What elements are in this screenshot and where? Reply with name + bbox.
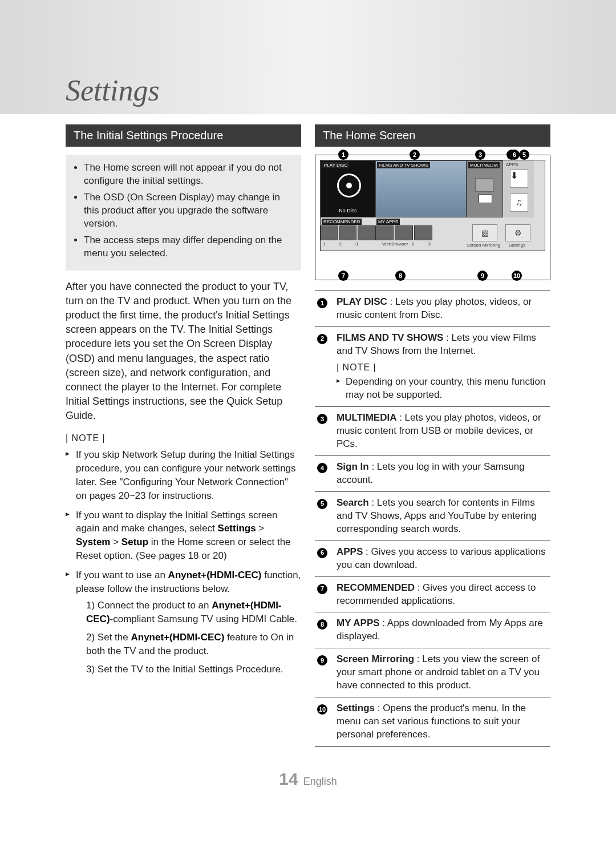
- callout-7: 7: [338, 271, 348, 281]
- note-bullet: Depending on your country, this menu fun…: [337, 376, 548, 402]
- note-item: If you want to use an Anynet+(HDMI-CEC) …: [66, 568, 301, 676]
- heading-home-screen: The Home Screen: [315, 124, 550, 147]
- legend-num-4: 4: [317, 463, 327, 473]
- label-multimedia: MULTIMEDIA: [468, 162, 500, 168]
- label-play-disc: PLAY DISC: [322, 162, 349, 168]
- info-box: The Home screen will not appear if you d…: [66, 155, 301, 271]
- tile-apps: APPS ⬇ ♫: [503, 160, 534, 217]
- bold-term: Anynet+(HDMI-CEC): [168, 570, 262, 580]
- callout-8: 8: [395, 271, 406, 281]
- legend-num-9: 9: [317, 655, 327, 665]
- legend-row: 5 Search : Lets you search for contents …: [315, 492, 550, 541]
- bold-term: Settings: [218, 523, 256, 534]
- legend-row: 4 Sign In : Lets you log in with your Sa…: [315, 456, 550, 492]
- legend-num-6: 6: [317, 548, 327, 558]
- legend-table: 1 PLAY DISC : Lets you play photos, vide…: [315, 291, 550, 747]
- tile-screen-mirroring: ▧: [472, 224, 497, 241]
- left-column: The Initial Settings Procedure The Home …: [66, 124, 301, 747]
- label-no-disc: No Disc: [321, 208, 375, 213]
- legend-row: 6 APPS : Gives you access to various app…: [315, 541, 550, 577]
- legend-num-7: 7: [317, 584, 327, 594]
- legend-row: 3 MULTIMEDIA : Lets you play photos, vid…: [315, 407, 550, 456]
- bold-term: Setup: [121, 537, 148, 547]
- note-label: | NOTE |: [337, 361, 548, 374]
- legend-row: 2 FILMS AND TV SHOWS : Lets you view Fil…: [315, 327, 550, 407]
- page-footer: 14 English: [0, 747, 616, 817]
- tile-settings: ⚙: [505, 224, 530, 241]
- label-films: FILMS AND TV SHOWS: [377, 162, 430, 168]
- label-webbrowser: WebBrowser: [382, 241, 408, 247]
- legend-num-3: 3: [317, 414, 327, 424]
- legend-num-10: 10: [317, 704, 327, 715]
- heading-initial-settings: The Initial Settings Procedure: [66, 124, 301, 147]
- note-item: If you skip Network Setup during the Ini…: [66, 448, 301, 502]
- footer-lang: English: [303, 776, 337, 787]
- callout-10: 10: [512, 271, 522, 281]
- right-column: The Home Screen 4 5 1 2 3 6 PLAY DISC No…: [315, 124, 550, 747]
- legend-row: 9 Screen Mirroring : Lets you view the s…: [315, 648, 550, 697]
- bold-term: System: [76, 537, 110, 547]
- photo-icon: [475, 178, 493, 192]
- legend-num-2: 2: [317, 334, 327, 344]
- callout-6: 6: [509, 150, 520, 160]
- box-bullet: The access steps may differ depending on…: [84, 234, 293, 260]
- label-recommended: RECOMMENDED: [322, 219, 362, 225]
- note-text: If you want to use an: [76, 570, 168, 580]
- note-label: | NOTE |: [66, 433, 301, 443]
- disc-icon: [337, 174, 361, 197]
- note-list: If you skip Network Setup during the Ini…: [66, 448, 301, 676]
- sub-step: 3) Set the TV to the Initial Settings Pr…: [76, 663, 301, 676]
- legend-num-8: 8: [317, 619, 327, 630]
- video-icon: [479, 194, 492, 203]
- callout-2: 2: [410, 150, 420, 160]
- legend-row: 1 PLAY DISC : Lets you play photos, vide…: [315, 291, 550, 327]
- box-bullet: The Home screen will not appear if you d…: [84, 162, 293, 188]
- music-icon: ♫: [510, 193, 528, 212]
- page-title: Settings: [66, 74, 160, 107]
- callout-1: 1: [338, 150, 348, 160]
- tile-films: FILMS AND TV SHOWS: [375, 160, 467, 217]
- tile-multimedia: MULTIMEDIA: [467, 160, 503, 217]
- legend-row: 7 RECOMMENDED : Gives you direct access …: [315, 577, 550, 613]
- sub-step: 2) Set the Anynet+(HDMI-CEC) feature to …: [76, 631, 301, 658]
- legend-row: 10 Settings : Opens the product's menu. …: [315, 697, 550, 746]
- legend-num-1: 1: [317, 298, 327, 308]
- label-settings: Settings: [509, 243, 525, 248]
- note-text: If you skip Network Setup during the Ini…: [76, 449, 296, 501]
- note-item: If you want to display the Initial Setti…: [66, 509, 301, 563]
- legend-row: 8 MY APPS : Apps downloaded from My Apps…: [315, 612, 550, 648]
- label-screen-mirror: Screen Mirroring: [467, 243, 500, 248]
- callout-9: 9: [477, 271, 488, 281]
- label-myapps: MY APPS: [376, 219, 400, 225]
- home-screen-diagram: 4 5 1 2 3 6 PLAY DISC No Disc FILMS AND …: [315, 155, 550, 280]
- box-bullet: The OSD (On Screen Display) may change i…: [84, 191, 293, 231]
- app-icon: ⬇: [510, 170, 528, 188]
- label-apps: APPS: [504, 162, 520, 168]
- legend-num-5: 5: [317, 499, 327, 509]
- page-number: 14: [279, 769, 298, 788]
- tile-play-disc: PLAY DISC No Disc: [321, 160, 375, 217]
- callout-3: 3: [475, 150, 485, 160]
- body-paragraph: After you have connected the product to …: [66, 280, 301, 423]
- sub-step: 1) Connect the product to an Anynet+(HDM…: [76, 599, 301, 626]
- callout-5: 5: [519, 150, 529, 160]
